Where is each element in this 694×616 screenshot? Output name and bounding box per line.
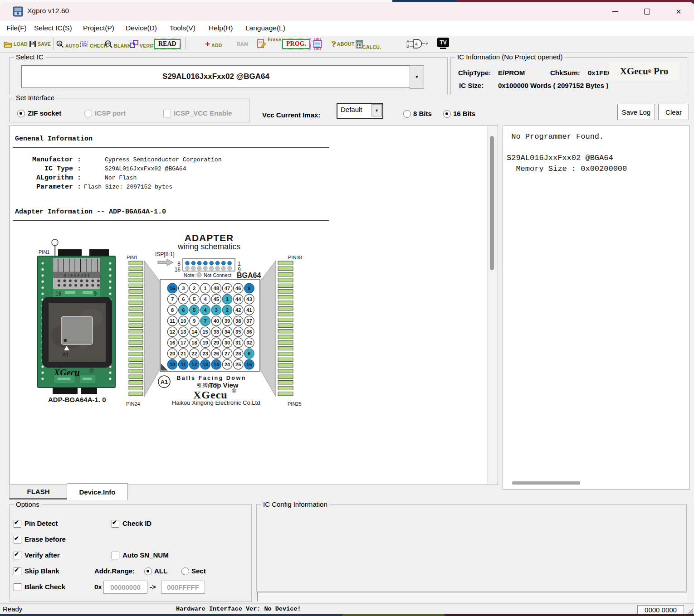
menu-select-ic[interactable]: Select IC(S) xyxy=(34,24,72,32)
menu-help[interactable]: Help(H) xyxy=(209,24,233,32)
toolbar-load-button[interactable]: LOAD xyxy=(4,38,28,50)
icsp-vcc-checkbox[interactable]: ✔ xyxy=(163,110,171,117)
8bits-radio[interactable] xyxy=(403,110,411,118)
toolbar-tv-button[interactable]: TV xyxy=(437,38,449,50)
horizontal-scrollbar-thumb[interactable] xyxy=(512,481,580,485)
toolbar-blank-button[interactable]: FF BLANK xyxy=(104,38,131,50)
blank-check-checkbox[interactable]: ✔ xyxy=(14,583,21,591)
vcc-imax-combobox[interactable]: Default ▼ xyxy=(337,103,383,119)
menu-tools[interactable]: Tools(V) xyxy=(170,24,195,32)
svg-text:18: 18 xyxy=(191,340,197,345)
svg-text:22: 22 xyxy=(191,351,197,356)
background-strip-olive xyxy=(342,614,445,616)
scrollbar-thumb[interactable] xyxy=(490,136,494,270)
xgpro-window: Xgpro v12.60 ✕ File(F) Select IC(S) Proj… xyxy=(0,2,694,614)
divider xyxy=(13,220,329,221)
svg-text:PIN24: PIN24 xyxy=(126,401,140,407)
svg-text:17: 17 xyxy=(181,340,186,345)
range-to-field[interactable]: 000FFFFF xyxy=(161,581,205,594)
divider xyxy=(13,147,329,148)
open-folder-icon xyxy=(4,40,12,48)
toolbar-chip-button[interactable] xyxy=(312,38,323,50)
tab-device-info[interactable]: Device.Info xyxy=(67,483,128,500)
progress-bar xyxy=(257,592,687,601)
16bits-radio[interactable] xyxy=(443,110,451,118)
xgecu-pro-logo: XGecu®Pro xyxy=(609,62,679,81)
skip-blank-checkbox[interactable]: ✔ xyxy=(14,567,21,575)
svg-text:2: 2 xyxy=(193,286,195,291)
erase-before-label: Erase before xyxy=(24,535,66,543)
logo-brand: XGecu xyxy=(620,66,648,77)
zif-socket-radio[interactable] xyxy=(17,110,25,117)
toolbar-erase-button[interactable]: Erase xyxy=(257,37,281,49)
addr-all-radio[interactable] xyxy=(144,567,152,575)
close-button[interactable]: ✕ xyxy=(668,2,689,21)
verify-after-checkbox[interactable]: ✔ xyxy=(14,552,21,559)
general-info-title: Genenal Information xyxy=(15,135,93,143)
svg-text:45: 45 xyxy=(214,296,219,302)
svg-text:6: 6 xyxy=(182,307,185,313)
save-log-button[interactable]: Save Log xyxy=(617,104,655,120)
erase-before-checkbox[interactable]: ✔ xyxy=(14,536,21,543)
menu-file[interactable]: File(F) xyxy=(6,24,27,32)
addr-sect-radio[interactable] xyxy=(181,567,189,575)
toolbar-read-label: READ xyxy=(154,39,181,49)
svg-text:ADAPTER: ADAPTER xyxy=(185,233,234,243)
svg-text:19: 19 xyxy=(202,340,208,345)
pin-detect-label: Pin Detect xyxy=(24,519,58,527)
selected-ic-value: S29AL016JxxFxx02 @BGA64 xyxy=(162,72,269,81)
floppy-save-icon xyxy=(29,40,36,48)
range-from-field[interactable]: 00000000 xyxy=(103,581,147,594)
svg-text:3: 3 xyxy=(182,286,185,291)
clear-button[interactable]: Clear xyxy=(658,104,689,120)
toolbar-save-button[interactable]: SAVE xyxy=(29,38,51,50)
svg-text:26: 26 xyxy=(214,351,219,356)
tab-flash[interactable]: FLASH xyxy=(9,484,68,500)
maximize-button[interactable] xyxy=(636,2,657,21)
menu-device[interactable]: Device(D) xyxy=(126,24,157,32)
svg-text:8: 8 xyxy=(248,351,250,356)
toolbar-logic-gate-button[interactable]: AB & Y xyxy=(406,38,429,50)
pin-detect-checkbox[interactable]: ✔ xyxy=(14,520,21,528)
svg-text:38: 38 xyxy=(235,318,241,324)
toolbar-check-button[interactable]: ID CHECK xyxy=(80,38,108,50)
toolbar-separator xyxy=(53,38,54,50)
svg-text:12: 12 xyxy=(191,362,197,367)
toolbar-prog-button[interactable]: PROG. xyxy=(282,38,310,50)
minimize-button[interactable] xyxy=(605,2,626,21)
svg-text:&: & xyxy=(415,42,418,46)
vcc-dropdown-button[interactable]: ▼ xyxy=(371,104,382,116)
svg-text:8 7 6 5 4 3 2 1: 8 7 6 5 4 3 2 1 xyxy=(64,273,90,277)
toolbar-verify-button[interactable]: VERIFY xyxy=(130,38,158,50)
svg-text:20: 20 xyxy=(170,351,175,356)
menu-project[interactable]: Project(P) xyxy=(83,24,114,32)
toolbar-ram-button[interactable]: RAM xyxy=(237,38,248,50)
selected-ic-combobox[interactable]: S29AL016JxxFxx02 @BGA64 xyxy=(21,65,411,88)
close-icon: ✕ xyxy=(676,8,682,16)
auto-sn-num-checkbox[interactable]: ✔ xyxy=(112,552,119,559)
toolbar-add-button[interactable]: + ADD xyxy=(205,38,222,50)
svg-text:42: 42 xyxy=(235,307,241,313)
addr-all-label: ALL xyxy=(154,567,167,575)
svg-text:ADP-BGA64A-1. 0: ADP-BGA64A-1. 0 xyxy=(48,396,106,403)
svg-text:41: 41 xyxy=(246,307,252,313)
toolbar-auto-button[interactable]: A AUTO xyxy=(56,38,79,50)
resize-grip[interactable] xyxy=(686,607,694,614)
toolbar-add-label: ADD xyxy=(211,43,222,48)
logo-suffix: Pro xyxy=(654,66,668,77)
toolbar-calcu-button[interactable]: CALCU. xyxy=(356,38,383,50)
vertical-scrollbar[interactable] xyxy=(487,126,497,484)
toolbar-read-button[interactable]: READ xyxy=(154,38,181,50)
svg-text:1: 1 xyxy=(204,286,207,291)
icsp-port-radio[interactable] xyxy=(84,110,92,117)
ic-dropdown-button[interactable]: ▼ xyxy=(410,65,424,89)
svg-text:Balls Facing Down: Balls Facing Down xyxy=(176,375,246,381)
toolbar-about-button[interactable]: ? ABOUT xyxy=(331,38,355,50)
toolbar-ram-label: RAM xyxy=(237,41,248,47)
menu-language[interactable]: Language(L) xyxy=(245,24,285,32)
svg-text:7: 7 xyxy=(204,318,207,324)
check-id-checkbox[interactable]: ✔ xyxy=(112,520,119,528)
svg-text:10: 10 xyxy=(181,318,186,324)
select-ic-legend: Select IC xyxy=(14,53,45,61)
svg-text:9: 9 xyxy=(248,286,250,291)
